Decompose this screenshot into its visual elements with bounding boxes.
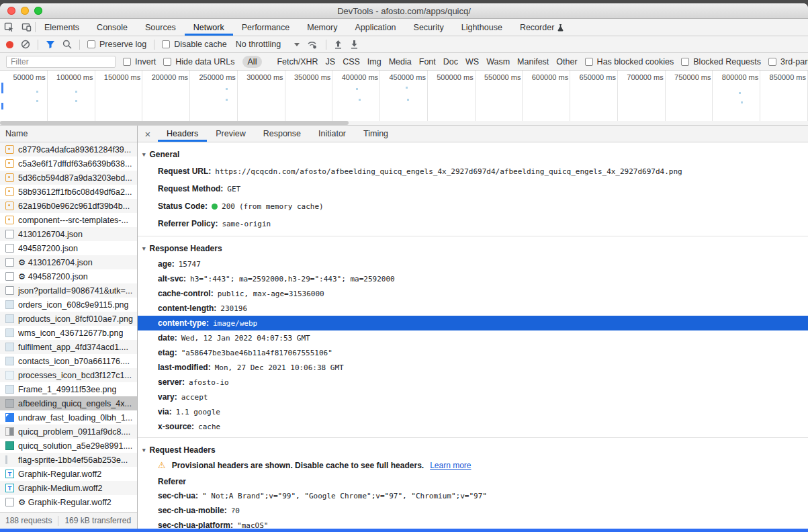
overview-scrollbar-track[interactable]	[0, 121, 808, 125]
header-row: etag:"a58647be3bae46b11a4f817067555106"	[138, 345, 808, 360]
request-row[interactable]: contacts_icon_b70a661176....	[0, 354, 137, 368]
preserve-log-checkbox[interactable]: Preserve log	[87, 40, 146, 49]
checkbox[interactable]	[87, 40, 95, 48]
checkbox[interactable]	[768, 58, 776, 66]
tab-network[interactable]: Network	[185, 19, 233, 36]
third-party-requests-checkbox[interactable]: 3rd-party requests	[768, 57, 808, 66]
type-filter-other[interactable]: Other	[556, 57, 577, 66]
checkbox[interactable]	[681, 58, 689, 66]
type-filter-wasm[interactable]: Wasm	[486, 57, 510, 66]
invert-checkbox[interactable]: Invert	[123, 57, 156, 66]
detail-tab-preview[interactable]: Preview	[207, 126, 254, 142]
file-type-icon	[5, 230, 14, 238]
inspect-element-icon[interactable]	[0, 19, 17, 36]
request-headers-section-header[interactable]: ▾ Request Headers	[138, 441, 808, 458]
request-row[interactable]: Graphik-Medium.woff2	[0, 481, 137, 495]
request-row[interactable]: undraw_fast_loading_0lbh_1...	[0, 410, 137, 425]
request-row[interactable]: ⚙ Graphik-Regular.woff2	[0, 495, 137, 509]
request-row[interactable]: Graphik-Regular.woff2	[0, 467, 137, 481]
detail-tab-response[interactable]: Response	[255, 126, 310, 142]
network-filterbar: Invert Hide data URLs All Fetch/XHR JS C…	[0, 53, 808, 71]
header-row: age:15747	[138, 257, 808, 271]
close-window-button[interactable]	[7, 7, 15, 15]
device-toolbar-icon[interactable]	[17, 19, 35, 36]
request-row[interactable]: flag-sprite-1bb4ef56ab253e...	[0, 453, 137, 467]
type-filter-doc[interactable]: Doc	[443, 57, 458, 66]
detail-tab-initiator[interactable]: Initiator	[310, 126, 355, 142]
request-row[interactable]: 4130126704.json	[0, 227, 137, 241]
tab-security[interactable]: Security	[405, 19, 453, 36]
detail-tab-headers[interactable]: Headers	[158, 126, 207, 142]
overview-scrollbar-thumb[interactable]	[0, 121, 349, 125]
type-filter-all[interactable]: All	[242, 56, 263, 68]
throttling-select[interactable]: No throttling	[236, 40, 300, 49]
request-row[interactable]: products_icon_8fcf010ae7.png	[0, 312, 137, 326]
hide-data-urls-checkbox[interactable]: Hide data URLs	[163, 57, 234, 66]
tab-recorder[interactable]: Recorder	[511, 19, 572, 36]
request-row[interactable]: fulfilment_app_4fd374acd1....	[0, 340, 137, 354]
name-column-header[interactable]: Name	[0, 126, 137, 142]
request-row[interactable]: component---src-templates-...	[0, 213, 137, 227]
request-row[interactable]: quicq_solution_a5e29e8991....	[0, 439, 137, 453]
type-filter-img[interactable]: Img	[367, 57, 381, 66]
request-row[interactable]: json?portalId=9086741&utk=...	[0, 283, 137, 298]
tab-console[interactable]: Console	[88, 19, 136, 36]
search-icon[interactable]	[62, 40, 72, 49]
request-row[interactable]: c8779ca4dafca89361284f39...	[0, 142, 137, 157]
has-blocked-cookies-checkbox[interactable]: Has blocked cookies	[585, 57, 674, 66]
request-row[interactable]: 5d36cb594d87a9da3203ebd...	[0, 171, 137, 185]
network-filter-input[interactable]	[6, 56, 116, 68]
type-filter-js[interactable]: JS	[326, 57, 336, 66]
type-filter-ws[interactable]: WS	[465, 57, 479, 66]
filter-funnel-icon[interactable]	[46, 40, 55, 49]
tab-application[interactable]: Application	[346, 19, 404, 36]
tab-sources[interactable]: Sources	[136, 19, 185, 36]
checkbox[interactable]	[585, 58, 593, 66]
blocked-requests-checkbox[interactable]: Blocked Requests	[681, 57, 761, 66]
request-row[interactable]: ⚙ 4130126704.json	[0, 255, 137, 269]
close-icon[interactable]: ×	[138, 126, 158, 142]
checkbox[interactable]	[123, 58, 131, 66]
clear-icon[interactable]	[21, 40, 30, 49]
request-row[interactable]: 494587200.json	[0, 241, 137, 255]
request-label: quicq_solution_a5e29e8991....	[18, 441, 132, 451]
timeline-tick: 350000 ms	[285, 71, 333, 125]
general-section-header[interactable]: ▾ General	[138, 146, 808, 163]
header-row-highlighted[interactable]: content-type:image/webp	[138, 316, 808, 330]
tab-memory[interactable]: Memory	[298, 19, 346, 36]
minimize-window-button[interactable]	[21, 7, 29, 15]
request-row[interactable]: processes_icon_bcd3f127c1...	[0, 368, 137, 382]
response-headers-section-header[interactable]: ▾ Response Headers	[138, 240, 808, 257]
record-icon[interactable]	[6, 41, 13, 48]
export-har-icon[interactable]	[350, 40, 359, 49]
type-filter-fetch-xhr[interactable]: Fetch/XHR	[277, 57, 318, 66]
request-row[interactable]: ⚙ 494587200.json	[0, 269, 137, 283]
header-value: 1.1 google	[176, 408, 220, 417]
type-filter-manifest[interactable]: Manifest	[517, 57, 549, 66]
type-filter-font[interactable]: Font	[419, 57, 436, 66]
learn-more-link[interactable]: Learn more	[430, 461, 471, 470]
disable-cache-checkbox[interactable]: Disable cache	[162, 40, 227, 49]
request-label: ⚙ 494587200.json	[18, 271, 88, 281]
request-row[interactable]: 58b93612ff1fb6c08d49df6a2...	[0, 185, 137, 199]
tab-elements[interactable]: Elements	[36, 19, 88, 36]
network-conditions-icon[interactable]	[307, 40, 318, 49]
detail-tab-timing[interactable]: Timing	[355, 126, 397, 142]
request-row[interactable]: 62a196b0e962c961df39b4b...	[0, 199, 137, 213]
type-filter-media[interactable]: Media	[389, 57, 412, 66]
request-row[interactable]: c5a3e6f17dffdf63a6639b638...	[0, 157, 137, 171]
type-filter-css[interactable]: CSS	[343, 57, 360, 66]
request-row[interactable]: quicq_problem_0911af9dc8....	[0, 425, 137, 439]
zoom-window-button[interactable]	[34, 7, 42, 15]
checkbox[interactable]	[162, 40, 170, 48]
tab-performance[interactable]: Performance	[233, 19, 299, 36]
timeline-overview[interactable]: 50000 ms 100000 ms 150000 ms 200000 ms 2…	[0, 71, 808, 126]
request-row-selected[interactable]: afbeelding_quicq_engels_4x...	[0, 396, 137, 410]
checkbox[interactable]	[163, 58, 171, 66]
request-row[interactable]: Frame_1_49911f53ee.png	[0, 382, 137, 396]
request-row[interactable]: orders_icon_608c9e9115.png	[0, 298, 137, 312]
import-har-icon[interactable]	[334, 40, 343, 49]
file-type-icon	[5, 216, 14, 224]
request-row[interactable]: wms_icon_436712677b.png	[0, 326, 137, 340]
tab-lighthouse[interactable]: Lighthouse	[453, 19, 511, 36]
